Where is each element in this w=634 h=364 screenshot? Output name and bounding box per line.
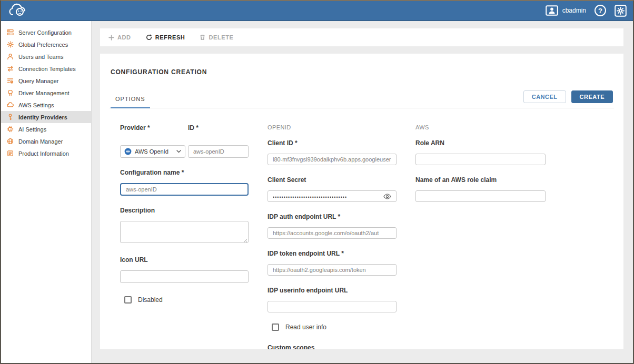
user-icon: [6, 53, 14, 60]
page-title: CONFIGURATION CREATION: [111, 68, 614, 76]
role-claim-input[interactable]: [415, 190, 546, 202]
idp-userinfo-endpoint-input[interactable]: [268, 301, 397, 312]
cloud-icon: [6, 102, 14, 109]
globe-icon: [6, 138, 14, 145]
chip-icon: [6, 126, 14, 133]
icon-url-input[interactable]: [120, 270, 249, 283]
id-input[interactable]: [188, 145, 249, 158]
sidebar-item-query-manager[interactable]: Query Manager: [1, 75, 91, 87]
content-area: ADD REFRESH DELETE CONFIGURATION CREATIO…: [92, 21, 633, 363]
sidebar-item-users-and-teams[interactable]: Users and Teams: [1, 50, 91, 63]
openid-section-header: OPENID: [268, 124, 397, 130]
sidebar-item-driver-management[interactable]: Driver Management: [1, 87, 91, 99]
user-icon: [546, 5, 558, 16]
cloudbeaver-logo[interactable]: [7, 3, 32, 18]
custom-scopes-label: Custom scopes: [268, 344, 397, 349]
sidebar-item-label: Domain Manager: [18, 138, 63, 145]
sidebar-item-label: AWS Settings: [18, 102, 54, 108]
idp-token-endpoint-input[interactable]: [268, 264, 397, 276]
sidebar-item-label: Query Manager: [18, 78, 58, 84]
user-menu[interactable]: cbadmin: [546, 5, 586, 16]
icon-url-label: Icon URL: [120, 256, 249, 264]
read-user-info-checkbox[interactable]: [272, 323, 279, 331]
gear-icon: [6, 41, 14, 48]
idp-auth-endpoint-input[interactable]: [268, 227, 397, 239]
provider-selected-value: AWS OpenId: [135, 148, 169, 155]
read-user-info-label: Read user info: [285, 323, 326, 331]
sidebar-item-label: Global Preferences: [18, 42, 68, 48]
sidebar-item-identity-providers[interactable]: Identity Providers: [1, 111, 91, 123]
description-label: Description: [120, 207, 249, 214]
tab-options[interactable]: OPTIONS: [111, 96, 150, 108]
add-button: ADD: [108, 34, 131, 41]
reveal-password-eye-icon[interactable]: [383, 194, 391, 199]
role-arn-label: Role ARN: [415, 139, 546, 147]
sidebar-item-label: AI Settings: [18, 126, 46, 133]
driver-icon: [6, 89, 14, 97]
disabled-checkbox-label: Disabled: [138, 296, 163, 304]
cancel-button[interactable]: CANCEL: [523, 90, 566, 103]
idp-token-endpoint-label: IDP token endpoint URL *: [268, 250, 397, 257]
sidebar-item-aws-settings[interactable]: AWS Settings: [1, 99, 91, 111]
help-icon[interactable]: ?: [595, 5, 606, 16]
configuration-name-label: Configuration name *: [120, 169, 249, 176]
sidebar-item-product-information[interactable]: Product Information: [1, 147, 91, 159]
masked-secret-value: ••••••••••••••••••••••••••••••••••: [273, 193, 383, 200]
aws-section-header: AWS: [415, 124, 546, 130]
query-list-icon: [6, 77, 14, 85]
sidebar-item-label: Server Configuration: [18, 29, 72, 36]
delete-button: DELETE: [200, 34, 233, 41]
role-claim-label: Name of an AWS role claim: [415, 176, 546, 184]
configuration-name-input[interactable]: [120, 183, 249, 196]
sidebar-item-label: Product Information: [18, 150, 69, 157]
aws-openid-provider-icon: [124, 148, 132, 155]
refresh-button[interactable]: REFRESH: [146, 34, 185, 41]
server-icon: [6, 29, 14, 36]
configuration-creation-card: CONFIGURATION CREATION OPTIONS CANCEL CR…: [100, 54, 623, 349]
chevron-down-icon: [176, 150, 181, 153]
sidebar-item-server-configuration[interactable]: Server Configuration: [1, 26, 91, 38]
sidebar-item-ai-settings[interactable]: AI Settings: [1, 123, 91, 135]
document-icon: [6, 150, 14, 157]
disabled-checkbox[interactable]: [124, 296, 132, 304]
tabs-and-actions-row: OPTIONS CANCEL CREATE: [110, 90, 614, 108]
sidebar-item-label: Identity Providers: [18, 114, 67, 120]
client-id-label: Client ID *: [268, 139, 397, 147]
create-button[interactable]: CREATE: [571, 90, 613, 103]
sidebar-item-label: Users and Teams: [18, 54, 63, 60]
idp-userinfo-endpoint-label: IDP userinfo endpoint URL: [268, 287, 397, 294]
client-id-input[interactable]: [268, 154, 397, 165]
admin-sidebar: Server Configuration Global Preferences …: [1, 21, 92, 363]
items-toolbar: ADD REFRESH DELETE: [100, 28, 623, 46]
sidebar-item-connection-templates[interactable]: Connection Templates: [1, 63, 91, 75]
role-arn-input[interactable]: [415, 154, 546, 165]
username: cbadmin: [562, 7, 586, 14]
identity-provider-form: Provider * ID *: [110, 124, 614, 349]
key-icon: [6, 114, 14, 121]
swap-arrows-icon: [6, 65, 14, 73]
description-textarea[interactable]: [120, 221, 249, 243]
sidebar-item-domain-manager[interactable]: Domain Manager: [1, 135, 91, 147]
topbar: cbadmin ?: [1, 1, 633, 21]
provider-select[interactable]: AWS OpenId: [120, 145, 185, 158]
idp-auth-endpoint-label: IDP auth endpoint URL *: [268, 213, 397, 220]
settings-icon[interactable]: [615, 5, 627, 17]
sidebar-item-label: Connection Templates: [18, 66, 76, 72]
client-secret-input[interactable]: ••••••••••••••••••••••••••••••••••: [268, 190, 397, 202]
client-secret-label: Client Secret: [268, 176, 397, 184]
sidebar-item-global-preferences[interactable]: Global Preferences: [1, 38, 91, 50]
provider-label: Provider *: [120, 124, 185, 132]
sidebar-item-label: Driver Management: [18, 90, 70, 96]
id-label: ID *: [188, 124, 249, 132]
